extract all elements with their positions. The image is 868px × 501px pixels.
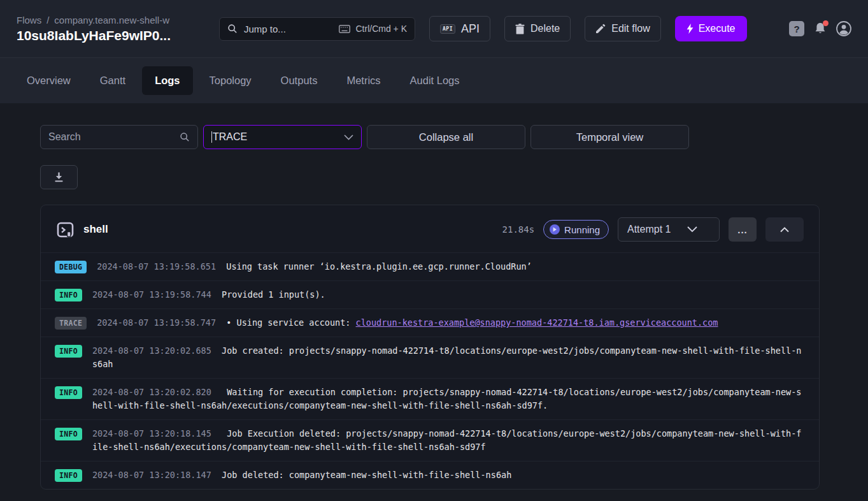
breadcrumb-flow-link[interactable]: company.team.new-shell-w — [54, 15, 169, 25]
search-icon — [180, 132, 190, 142]
chevron-down-icon — [687, 226, 697, 233]
logs-panel: Search TRACE Collapse all Temporal view — [0, 103, 868, 490]
status-badge-running[interactable]: Running — [543, 220, 609, 239]
text-cursor — [211, 131, 212, 143]
tab-logs[interactable]: Logs — [142, 66, 192, 95]
notification-dot — [823, 20, 829, 26]
help-icon[interactable]: ? — [789, 21, 804, 36]
task-name: shell — [83, 223, 108, 236]
log-rows: DEBUG 2024-08-07 13:19:58.651 Using task… — [41, 252, 819, 489]
log-timestamp: 2024-08-07 13:19:58.747 — [97, 317, 216, 328]
log-level-badge: DEBUG — [55, 261, 87, 273]
log-level-badge: TRACE — [55, 317, 87, 330]
log-level-badge: INFO — [55, 428, 82, 440]
trash-icon — [515, 24, 525, 34]
log-level-select[interactable]: TRACE — [203, 125, 362, 149]
task-card-header: shell 21.84s Running Attempt 1 — [41, 205, 819, 252]
tab-bar: Overview Gantt Logs Topology Outputs Met… — [0, 57, 868, 103]
user-avatar[interactable] — [836, 21, 851, 36]
task-log-card: shell 21.84s Running Attempt 1 — [40, 205, 820, 490]
tab-outputs[interactable]: Outputs — [268, 66, 331, 95]
log-level-badge: INFO — [55, 345, 82, 358]
header-utility-icons: ? — [789, 21, 851, 36]
api-icon: API — [440, 24, 455, 34]
running-state-icon — [550, 224, 560, 235]
lightning-icon — [687, 24, 694, 34]
search-icon — [227, 24, 238, 34]
breadcrumb-flows-link[interactable]: Flows — [17, 15, 41, 25]
log-message: Provided 1 input(s). — [222, 289, 325, 300]
chevron-down-icon — [344, 134, 353, 140]
attempt-select[interactable]: Attempt 1 — [618, 217, 720, 242]
log-timestamp: 2024-08-07 13:19:58.651 — [97, 261, 216, 272]
log-row: TRACE 2024-08-07 13:19:58.747 • Using se… — [41, 309, 819, 337]
log-row: INFO 2024-08-07 13:20:02.820 Waiting for… — [41, 378, 819, 419]
keyboard-icon — [339, 25, 350, 33]
terminal-task-icon — [56, 221, 75, 239]
title-block: Flows / company.team.new-shell-w 10su8Ia… — [17, 15, 205, 43]
collapse-card-button[interactable] — [765, 217, 804, 242]
log-row: INFO 2024-08-07 13:19:58.744 Provided 1 … — [41, 280, 819, 309]
log-row: INFO 2024-08-07 13:20:02.685 Job created… — [41, 337, 819, 378]
collapse-all-button[interactable]: Collapse all — [367, 125, 525, 149]
log-message: • Using service account: — [226, 317, 355, 328]
more-options-button[interactable]: ... — [729, 217, 757, 242]
breadcrumb: Flows / company.team.new-shell-w — [17, 15, 205, 25]
delete-button[interactable]: Delete — [504, 16, 571, 41]
edit-flow-button[interactable]: Edit flow — [585, 16, 660, 41]
log-level-badge: INFO — [55, 386, 82, 399]
jump-to-search[interactable]: Jump to... Ctrl/Cmd + K — [219, 17, 415, 41]
tab-overview[interactable]: Overview — [14, 66, 83, 95]
log-timestamp: 2024-08-07 13:19:58.744 — [92, 289, 211, 300]
pencil-icon — [595, 24, 606, 34]
jump-to-placeholder: Jump to... — [244, 24, 286, 34]
log-message: Job deleted: companyteam-new-shell-with-… — [222, 470, 511, 480]
download-logs-button[interactable] — [40, 165, 78, 189]
log-row: DEBUG 2024-08-07 13:19:58.651 Using task… — [41, 252, 819, 280]
log-row: INFO 2024-08-07 13:20:18.145 Job Executi… — [41, 419, 819, 461]
task-duration: 21.84s — [502, 224, 535, 235]
tab-metrics[interactable]: Metrics — [334, 66, 393, 95]
shortcut-hint: Ctrl/Cmd + K — [339, 24, 407, 34]
search-input[interactable]: Search — [40, 125, 198, 149]
tab-gantt[interactable]: Gantt — [87, 66, 138, 95]
log-message: Using task runner ‘io.kestra.plugin.ee.g… — [226, 261, 532, 272]
chevron-up-icon — [780, 227, 789, 233]
service-account-link[interactable]: cloudrun-kestra-example@snappy-nomad-422… — [356, 317, 718, 328]
log-timestamp: 2024-08-07 13:20:18.147 — [92, 470, 211, 480]
page-title: 10su8IabLyHaFe9wIP0... — [17, 28, 205, 43]
tab-audit-logs[interactable]: Audit Logs — [397, 66, 473, 95]
api-button[interactable]: API API — [429, 16, 490, 41]
temporal-view-button[interactable]: Temporal view — [530, 125, 689, 149]
log-timestamp: 2024-08-07 13:20:02.820 — [92, 387, 211, 397]
ellipsis-icon: ... — [737, 224, 748, 235]
log-level-badge: INFO — [55, 289, 82, 301]
log-level-badge: INFO — [55, 469, 82, 482]
task-header-controls: 21.84s Running Attempt 1 — [502, 217, 804, 242]
log-row: INFO 2024-08-07 13:20:18.147 Job deleted… — [41, 461, 819, 489]
breadcrumb-separator: / — [46, 15, 49, 25]
log-timestamp: 2024-08-07 13:20:18.145 — [92, 428, 211, 439]
notifications-bell-icon[interactable] — [813, 22, 827, 36]
tab-topology[interactable]: Topology — [197, 66, 264, 95]
execute-button[interactable]: Execute — [675, 16, 747, 41]
log-timestamp: 2024-08-07 13:20:02.685 — [92, 345, 211, 356]
filter-row: Search TRACE Collapse all Temporal view — [40, 125, 868, 149]
top-header: Flows / company.team.new-shell-w 10su8Ia… — [0, 0, 868, 57]
download-icon — [54, 172, 64, 182]
